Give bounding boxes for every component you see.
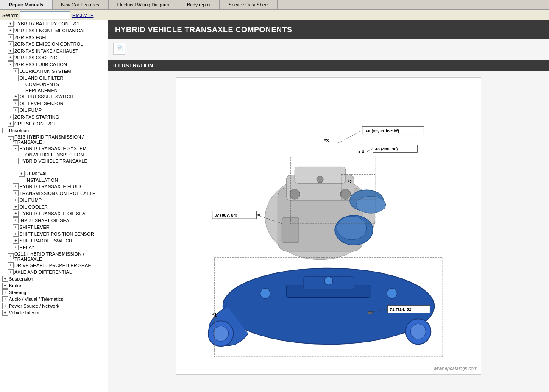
expander-shift-lever[interactable]: +	[13, 224, 19, 230]
sidebar-item-components2[interactable]: COMPONENTS	[0, 164, 108, 170]
sidebar-item-brake[interactable]: +Brake	[0, 282, 108, 289]
expander-suspension[interactable]: +	[2, 276, 8, 282]
top-tabs: Repair Manuals New Car Features Electric…	[0, 0, 549, 10]
expander-transmission-control[interactable]: +	[13, 190, 19, 196]
sidebar-item-vehicle-interior[interactable]: +Vehicle Interior	[0, 309, 108, 316]
sidebar-label-2grfxs-intake: 2GR-FXS INTAKE / EXHAUST	[14, 48, 78, 53]
sidebar-item-drive-shaft[interactable]: +DRIVE SHAFT / PROPELLER SHAFT	[0, 262, 108, 269]
expander-drive-shaft[interactable]: +	[8, 262, 14, 268]
sidebar-item-oil-level[interactable]: +OIL LEVEL SENSOR	[0, 100, 108, 107]
expander-2grfxs-engine[interactable]: +	[8, 28, 14, 33]
sidebar-label-input-shaft-oil: INPUT SHAFT OIL SEAL	[20, 218, 72, 223]
sidebar-label-installation: INSTALLATION	[25, 178, 58, 183]
sidebar-item-p313-hybrid[interactable]: -P313 HYBRID TRANSMISSION / TRANSAXLE	[0, 134, 108, 145]
sidebar-item-hybrid-transaxle-fluid[interactable]: +HYBRID TRANSAXLE FLUID	[0, 183, 108, 190]
sidebar-item-transmission-control[interactable]: +TRANSMISSION CONTROL CABLE	[0, 190, 108, 197]
expander-oil-pressure[interactable]: +	[13, 94, 19, 100]
expander-brake[interactable]: +	[2, 283, 8, 289]
sidebar-item-oil-cooler[interactable]: +OIL COOLER	[0, 203, 108, 210]
sidebar-label-2grfxs-starting: 2GR-FXS STARTING	[14, 114, 59, 120]
tab-service[interactable]: Service Data Sheet	[220, 0, 278, 9]
sidebar-item-2grfxs-lubrication[interactable]: -2GR-FXS LUBRICATION	[0, 61, 108, 68]
sidebar-item-2grfxs-cooling[interactable]: +2GR-FXS COOLING	[0, 54, 108, 61]
expander-vehicle-interior[interactable]: +	[2, 310, 8, 316]
tab-repair[interactable]: Repair Manuals	[0, 0, 52, 9]
expander-input-shaft-oil[interactable]: +	[13, 217, 19, 223]
expander-hybrid-transaxle-oil-seal[interactable]: +	[13, 211, 19, 217]
sidebar-item-components1[interactable]: COMPONENTS	[0, 81, 108, 87]
sidebar-item-2grfxs-starting[interactable]: +2GR-FXS STARTING	[0, 114, 108, 120]
sidebar-item-hybrid-transaxle-oil-seal[interactable]: +HYBRID TRANSAXLE OIL SEAL	[0, 210, 108, 217]
expander-2grfxs-cooling[interactable]: +	[8, 55, 14, 61]
sidebar-item-2grfxs-emission[interactable]: +2GR-FXS EMISSION CONTROL	[0, 41, 108, 47]
expander-shift-lever-position[interactable]: +	[13, 231, 19, 237]
expander-2grfxs-emission[interactable]: +	[8, 41, 14, 47]
document-icon[interactable]: 📄	[113, 43, 125, 55]
expander-removal[interactable]: +	[19, 171, 25, 177]
sidebar-item-axle-differential[interactable]: +AXLE AND DIFFERENTIAL	[0, 269, 108, 275]
sidebar-item-drivetrain[interactable]: -Drivetrain	[0, 127, 108, 134]
expander-steering[interactable]: +	[2, 289, 8, 295]
expander-oil-cooler[interactable]: +	[13, 204, 19, 210]
sidebar-item-cruise-control[interactable]: +CRUISE CONTROL	[0, 120, 108, 127]
tab-newcar[interactable]: New Car Features	[52, 0, 108, 9]
sidebar-item-shift-paddle[interactable]: +SHIFT PADDLE SWITCH	[0, 237, 108, 244]
sidebar-item-suspension[interactable]: +Suspension	[0, 275, 108, 282]
expander-relay[interactable]: +	[13, 245, 19, 250]
expander-cruise-control[interactable]: +	[8, 121, 14, 127]
tab-body[interactable]: Body repair	[178, 0, 220, 9]
expander-lubrication-system[interactable]: +	[13, 68, 19, 74]
sidebar-label-steering: Steering	[9, 290, 26, 295]
sidebar-label-cruise-control: CRUISE CONTROL	[14, 121, 56, 126]
sidebar-item-shift-lever[interactable]: +SHIFT LEVER	[0, 224, 108, 231]
expander-2grfxs-starting[interactable]: +	[8, 114, 14, 120]
expander-axle-differential[interactable]: +	[8, 269, 14, 275]
expander-2grfxs-lubrication[interactable]: -	[8, 61, 14, 67]
sidebar-item-oil-pump2[interactable]: +OIL PUMP	[0, 197, 108, 203]
sidebar-item-installation[interactable]: INSTALLATION	[0, 177, 108, 183]
sidebar-item-audio-visual[interactable]: +Audio / Visual / Telematics	[0, 296, 108, 303]
expander-drivetrain[interactable]: -	[2, 128, 8, 133]
sidebar-item-hybrid-vehicle-transaxle[interactable]: -HYBRID VEHICLE TRANSAXLE	[0, 158, 108, 164]
search-id[interactable]: RM32Z1E	[72, 13, 94, 18]
expander-power-source[interactable]: +	[2, 303, 8, 309]
sidebar-item-oil-and-filter[interactable]: -OIL AND OIL FILTER	[0, 75, 108, 81]
expander-oil-pump2[interactable]: +	[13, 197, 19, 203]
sidebar-item-replacement[interactable]: REPLACEMENT	[0, 87, 108, 93]
sidebar-item-q211-hybrid[interactable]: +Q211 HYBRID TRANSMISSION / TRANSAXLE	[0, 251, 108, 262]
expander-audio-visual[interactable]: +	[2, 296, 8, 302]
expander-2grfxs-intake[interactable]: +	[8, 48, 14, 54]
expander-oil-and-filter[interactable]: -	[13, 75, 19, 81]
sidebar-item-relay[interactable]: +RELAY	[0, 244, 108, 251]
expander-p313-hybrid[interactable]: -	[8, 136, 14, 142]
sidebar-item-2grfxs-fuel[interactable]: +2GR-FXS FUEL	[0, 34, 108, 41]
expander-hybrid-transaxle-system[interactable]: -	[13, 145, 19, 151]
sidebar-item-steering[interactable]: +Steering	[0, 289, 108, 296]
sidebar-item-oil-pump1[interactable]: +OIL PUMP	[0, 107, 108, 114]
expander-hybrid-battery[interactable]: +	[8, 21, 14, 27]
sidebar-item-removal[interactable]: +REMOVAL	[0, 170, 108, 177]
sidebar-item-input-shaft-oil[interactable]: +INPUT SHAFT OIL SEAL	[0, 217, 108, 224]
sidebar-item-lubrication-system[interactable]: +LUBRICATION SYSTEM	[0, 68, 108, 75]
expander-2grfxs-fuel[interactable]: +	[8, 34, 14, 40]
expander-oil-pump1[interactable]: +	[13, 107, 19, 113]
sidebar-item-power-source[interactable]: +Power Source / Network	[0, 303, 108, 309]
expander-shift-paddle[interactable]: +	[13, 238, 19, 244]
sidebar-item-hybrid-battery[interactable]: +HYBRID / BATTERY CONTROL	[0, 20, 108, 27]
sidebar-label-hybrid-transaxle-oil-seal: HYBRID TRANSAXLE OIL SEAL	[20, 211, 88, 216]
sidebar-item-shift-lever-position[interactable]: +SHIFT LEVER POSITION SENSOR	[0, 231, 108, 237]
tab-wiring[interactable]: Electrical Wiring Diagram	[108, 0, 178, 9]
svg-point-34	[257, 214, 260, 216]
sidebar-item-2grfxs-engine[interactable]: +2GR-FXS ENGINE MECHANICAL	[0, 27, 108, 34]
sidebar-item-hybrid-transaxle-system[interactable]: -HYBRID TRANSAXLE SYSTEM	[0, 145, 108, 152]
expander-oil-level[interactable]: +	[13, 100, 19, 106]
sidebar-item-on-vehicle[interactable]: ON-VEHICLE INSPECTION	[0, 152, 108, 158]
sidebar-item-2grfxs-intake[interactable]: +2GR-FXS INTAKE / EXHAUST	[0, 47, 108, 54]
sidebar-item-oil-pressure[interactable]: +OIL PRESSURE SWITCH	[0, 93, 108, 100]
expander-hybrid-transaxle-fluid[interactable]: +	[13, 183, 19, 189]
svg-text:87 (887, 64): 87 (887, 64)	[215, 213, 237, 217]
expander-q211-hybrid[interactable]: +	[8, 253, 14, 259]
expander-hybrid-vehicle-transaxle[interactable]: -	[13, 158, 19, 164]
search-input[interactable]	[20, 11, 70, 19]
illustration-box: 8.0 (82, 71 in.*lbf) *3 40 (408, 30) x 4…	[176, 77, 481, 375]
